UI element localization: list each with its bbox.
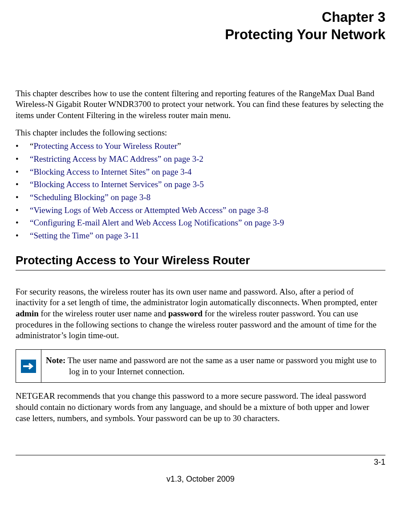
note-icon-cell (16, 349, 41, 382)
toc-link[interactable]: “Blocking Access to Internet Sites” on p… (30, 167, 192, 176)
section-heading: Protecting Access to Your Wireless Route… (16, 253, 385, 270)
page-container: Chapter 3 Protecting Your Network This c… (0, 0, 401, 498)
toc-item: “Viewing Logs of Web Access or Attempted… (16, 205, 385, 216)
intro-paragraph: This chapter describes how to use the co… (16, 88, 385, 121)
bold-admin: admin (16, 309, 39, 318)
arrow-icon (21, 360, 36, 373)
toc-item: “Protecting Access to Your Wireless Rout… (16, 141, 385, 152)
toc-item: “Scheduling Blocking” on page 3-8 (16, 192, 385, 203)
chapter-name: Protecting Your Network (225, 27, 385, 42)
body-paragraph-1: For security reasons, the wireless route… (16, 286, 385, 341)
footer-separator (16, 455, 385, 455)
toc-link[interactable]: “Restricting Access by MAC Address” on p… (30, 154, 203, 164)
toc-link[interactable]: “Setting the Time” on page 3-11 (30, 231, 139, 240)
toc-link[interactable]: “Configuring E-mail Alert and Web Access… (30, 218, 284, 227)
toc-item: “Configuring E-mail Alert and Web Access… (16, 217, 385, 229)
toc-item: “Blocking Access to Internet Sites” on p… (16, 167, 385, 178)
bold-password: password (168, 309, 203, 318)
toc-link[interactable]: “Scheduling Blocking” on page 3-8 (30, 192, 150, 202)
toc-item: “Setting the Time” on page 3-11 (16, 230, 385, 241)
footer-version: v1.3, October 2009 (16, 474, 385, 484)
toc-item: “Blocking Access to Internet Services” o… (16, 179, 385, 190)
sections-intro: This chapter includes the following sect… (16, 127, 385, 139)
body-paragraph-2: NETGEAR recommends that you change this … (16, 391, 385, 424)
note-label: Note: (46, 356, 65, 365)
toc-link[interactable]: “Viewing Logs of Web Access or Attempted… (30, 205, 268, 215)
toc-list: “Protecting Access to Your Wireless Rout… (16, 141, 385, 241)
chapter-number: Chapter 3 (322, 9, 385, 25)
chapter-title: Chapter 3 Protecting Your Network (16, 9, 385, 44)
note-box: Note: The user name and password are not… (16, 349, 385, 383)
toc-item: “Restricting Access by MAC Address” on p… (16, 154, 385, 165)
toc-link[interactable]: “Blocking Access to Internet Services” o… (30, 180, 204, 189)
toc-link[interactable]: Protecting Access to Your Wireless Route… (33, 141, 177, 151)
note-body: The user name and password are not the s… (65, 356, 377, 376)
page-number: 3-1 (16, 457, 385, 467)
note-text-cell: Note: The user name and password are not… (41, 349, 385, 382)
